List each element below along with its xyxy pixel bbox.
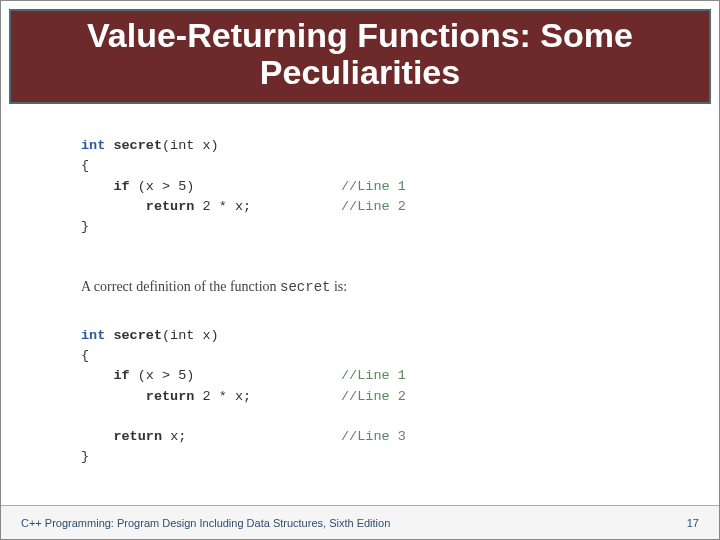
function-name: secret [113, 328, 162, 343]
brace-close: } [81, 449, 89, 464]
comment-line1: //Line 1 [341, 366, 406, 386]
keyword-return: return [81, 389, 203, 404]
page-number: 17 [687, 517, 699, 529]
keyword-return: return [81, 199, 203, 214]
keyword-return: return [81, 429, 170, 444]
slide-title-bar: Value-Returning Functions: Some Peculiar… [9, 9, 711, 104]
return-expr: 2 * x; [203, 389, 252, 404]
code-block-2: int secret(int x) { if (x > 5)//Line 1 r… [81, 306, 639, 488]
comment-line2: //Line 2 [341, 197, 406, 217]
brace-close: } [81, 219, 89, 234]
slide-title: Value-Returning Functions: Some Peculiar… [21, 17, 699, 92]
keyword-int: int [81, 328, 113, 343]
caption-suffix: is: [330, 279, 347, 294]
param-list: (int x) [162, 328, 219, 343]
slide-footer: C++ Programming: Program Design Includin… [1, 505, 719, 539]
keyword-int: int [81, 138, 113, 153]
condition: (x > 5) [138, 368, 195, 383]
brace-open: { [81, 158, 89, 173]
caption-code: secret [280, 279, 330, 295]
return-expr: x; [170, 429, 186, 444]
footer-text: C++ Programming: Program Design Includin… [21, 517, 390, 529]
keyword-if: if [81, 179, 138, 194]
caption-prefix: A correct definition of the function [81, 279, 280, 294]
return-expr: 2 * x; [203, 199, 252, 214]
condition: (x > 5) [138, 179, 195, 194]
code-block-1: int secret(int x) { if (x > 5)//Line 1 r… [81, 116, 639, 258]
caption-text: A correct definition of the function sec… [81, 276, 639, 298]
keyword-if: if [81, 368, 138, 383]
function-name: secret [113, 138, 162, 153]
comment-line2: //Line 2 [341, 387, 406, 407]
comment-line3: //Line 3 [341, 427, 406, 447]
comment-line1: //Line 1 [341, 177, 406, 197]
brace-open: { [81, 348, 89, 363]
slide-content: int secret(int x) { if (x > 5)//Line 1 r… [1, 104, 719, 488]
param-list: (int x) [162, 138, 219, 153]
